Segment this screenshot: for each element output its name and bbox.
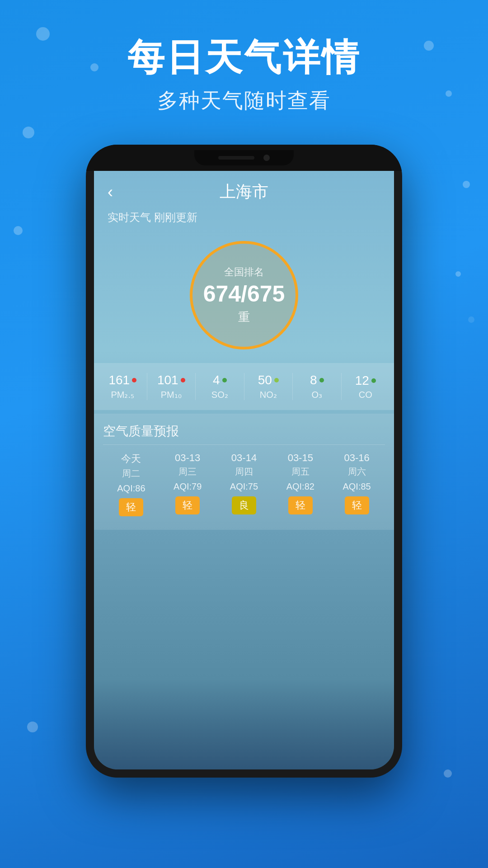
aqi-value: 674/675	[203, 282, 285, 307]
forecast-grid: 今天周二AQI:86轻03-13周三AQI:79轻03-14周四AQI:75良0…	[103, 452, 385, 516]
bottom-decoration	[94, 679, 394, 769]
forecast-aqi-value: AQI:86	[117, 483, 145, 494]
forecast-badge: 轻	[175, 496, 200, 514]
pollutant-dot	[132, 378, 136, 382]
forecast-col-3: 03-15周五AQI:82轻	[272, 452, 328, 514]
pollutant-dot	[371, 378, 376, 383]
aqi-circle: 全国排名 674/675 重	[190, 241, 298, 349]
forecast-weekday: 周五	[291, 466, 310, 478]
pollutant-item-NO: 50NO₂	[244, 373, 293, 400]
forecast-day: 03-15	[288, 452, 313, 464]
forecast-day: 03-16	[344, 452, 369, 464]
pollutant-item-PM: 161PM₂.₅	[99, 373, 147, 400]
app-header: ‹ 上海市	[94, 171, 394, 208]
forecast-col-0: 今天周二AQI:86轻	[103, 452, 160, 516]
forecast-weekday: 周四	[235, 466, 253, 478]
forecast-day: 今天	[121, 452, 141, 466]
phone-notch-area	[86, 145, 402, 171]
pollutant-dot	[319, 378, 324, 382]
forecast-weekday: 周六	[348, 466, 366, 478]
pollutant-item-O: 8O₃	[293, 373, 342, 400]
pollutant-row: 161PM₂.₅101PM₁₀4SO₂50NO₂8O₃12CO	[94, 363, 394, 410]
pollutant-number: 12	[355, 373, 369, 388]
pollutant-item-SO: 4SO₂	[196, 373, 244, 400]
back-button[interactable]: ‹	[108, 183, 113, 202]
forecast-col-1: 03-13周三AQI:79轻	[160, 452, 216, 514]
pollutant-label: PM₁₀	[161, 389, 182, 400]
phone-mockup: ‹ 上海市 实时天气 刚刚更新 全国排名 674/675 重 161PM₂.₅1…	[86, 145, 402, 796]
pollutant-label: PM₂.₅	[111, 389, 134, 400]
forecast-day: 03-13	[175, 452, 200, 464]
forecast-aqi-value: AQI:75	[230, 481, 258, 492]
pollutant-label: O₃	[311, 389, 322, 400]
forecast-section: 空气质量预报 今天周二AQI:86轻03-13周三AQI:79轻03-14周四A…	[94, 414, 394, 530]
forecast-col-4: 03-16周六AQI:85轻	[328, 452, 385, 514]
city-name: 上海市	[220, 181, 268, 203]
forecast-badge: 轻	[345, 496, 369, 514]
forecast-weekday: 周三	[178, 466, 197, 478]
pollutant-dot	[274, 378, 279, 382]
pollutant-item-PM: 101PM₁₀	[147, 373, 196, 400]
pollutant-dot	[222, 378, 227, 382]
forecast-aqi-value: AQI:79	[174, 481, 202, 492]
pollutant-number: 101	[157, 373, 178, 387]
forecast-aqi-value: AQI:85	[343, 481, 371, 492]
speaker-bar	[218, 156, 254, 160]
pollutant-label: CO	[359, 390, 372, 400]
forecast-badge: 轻	[288, 496, 313, 514]
forecast-badge: 轻	[119, 498, 143, 516]
forecast-day: 03-14	[231, 452, 257, 464]
pollutant-number: 50	[258, 373, 272, 387]
pollutant-dot	[181, 378, 185, 382]
phone-screen: ‹ 上海市 实时天气 刚刚更新 全国排名 674/675 重 161PM₂.₅1…	[94, 171, 394, 769]
camera-dot	[263, 155, 270, 161]
update-info: 实时天气 刚刚更新	[94, 208, 394, 232]
sub-title: 多种天气随时查看	[0, 87, 488, 115]
pollutant-number: 161	[108, 373, 130, 387]
main-title: 每日天气详情	[0, 36, 488, 79]
forecast-title: 空气质量预报	[103, 423, 385, 445]
aqi-level: 重	[238, 309, 250, 325]
pollutant-item-CO: 12CO	[342, 373, 390, 400]
forecast-badge: 良	[232, 496, 256, 514]
aqi-rank-label: 全国排名	[224, 265, 264, 279]
pollutant-label: NO₂	[260, 389, 277, 400]
forecast-weekday: 周二	[122, 467, 140, 480]
pollutant-number: 4	[213, 373, 220, 387]
forecast-col-2: 03-14周四AQI:75良	[216, 452, 272, 514]
forecast-aqi-value: AQI:82	[286, 481, 314, 492]
notch	[194, 150, 294, 165]
header-section: 每日天气详情 多种天气随时查看	[0, 0, 488, 115]
pollutant-number: 8	[310, 373, 317, 387]
aqi-circle-container: 全国排名 674/675 重	[94, 232, 394, 363]
pollutant-label: SO₂	[211, 389, 228, 400]
phone-outer: ‹ 上海市 实时天气 刚刚更新 全国排名 674/675 重 161PM₂.₅1…	[86, 145, 402, 778]
